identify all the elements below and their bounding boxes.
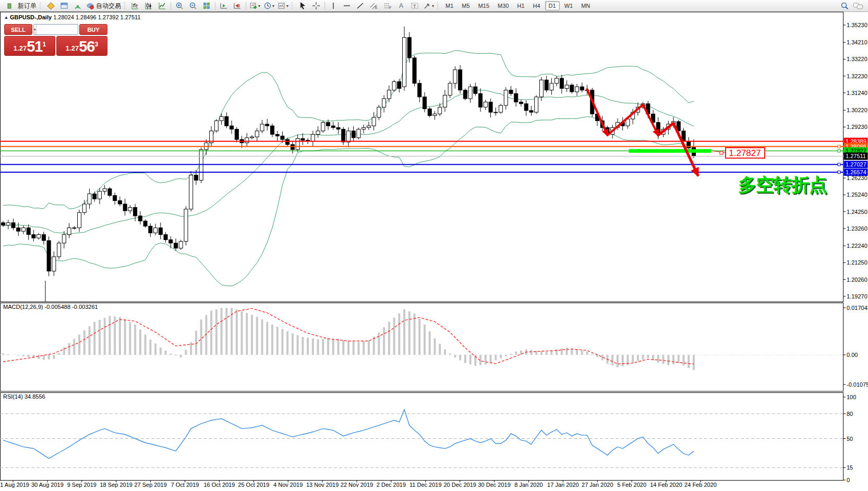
line-handle[interactable] — [838, 145, 840, 148]
candle — [235, 129, 238, 140]
tile-windows-button[interactable] — [200, 0, 213, 11]
drag-grip[interactable] — [124, 2, 127, 9]
tab-mn[interactable]: MN — [577, 1, 594, 10]
candle — [214, 121, 218, 131]
sell-button[interactable]: SELL — [4, 24, 32, 35]
buy-price-quote[interactable]: 1.27563 — [56, 36, 107, 56]
candle — [2, 223, 5, 225]
svg-text:1.27827: 1.27827 — [729, 148, 761, 158]
autotrading-button[interactable]: 自动交易 — [85, 0, 123, 11]
tab-m1[interactable]: M1 — [442, 1, 457, 10]
dropdown-caret-icon: ▾ — [432, 4, 434, 8]
tab-d1[interactable]: D1 — [545, 1, 560, 10]
periods-button[interactable]: ▾ — [262, 0, 276, 11]
drag-grip[interactable] — [437, 2, 440, 9]
candle — [296, 139, 299, 150]
candle — [448, 83, 452, 95]
channel-icon: E — [370, 2, 378, 10]
zoom-in-icon — [175, 2, 184, 10]
macd-pane — [0, 308, 843, 370]
zoom-in-button[interactable] — [173, 0, 186, 11]
chat-button[interactable] — [851, 0, 865, 11]
line-handle[interactable] — [838, 171, 840, 173]
sell-price-quote[interactable]: 1.27511 — [4, 36, 55, 56]
x-axis-date-label: 14 Feb 2020 — [650, 482, 682, 488]
buy-button[interactable]: BUY — [79, 24, 107, 35]
market-watch-button[interactable] — [44, 0, 57, 11]
horizontal-line-tool[interactable] — [340, 0, 354, 11]
macd-axis-tick: -0.010751 — [847, 381, 868, 388]
line-handle[interactable] — [838, 163, 840, 166]
chart-canvas[interactable]: 1.27827多空转折点多空转折点1.352301.342101.332201.… — [0, 11, 868, 491]
candle — [255, 131, 259, 137]
line-chart-button[interactable] — [155, 0, 169, 11]
autotrading-label: 自动交易 — [96, 2, 121, 10]
cursor-button[interactable] — [296, 0, 309, 11]
data-window-button[interactable] — [57, 0, 71, 11]
tab-w1[interactable]: W1 — [561, 1, 577, 10]
candle — [134, 208, 137, 216]
trendline-tool[interactable] — [354, 0, 367, 11]
candle — [174, 243, 177, 248]
candle — [397, 81, 401, 88]
tab-h4[interactable]: H4 — [529, 1, 544, 10]
x-axis-date-label: 7 Oct 2019 — [171, 482, 199, 488]
macd-axis-tick: 0.017043 — [847, 305, 868, 311]
crosshair-button[interactable] — [309, 0, 323, 11]
tab-m15[interactable]: M15 — [475, 1, 493, 10]
chart-shift-button[interactable] — [231, 0, 244, 11]
candle — [433, 114, 437, 115]
buy-price-pipette: 3 — [94, 37, 98, 52]
candle — [184, 209, 188, 242]
clipped-icon[interactable] — [1, 0, 15, 11]
candle — [357, 129, 360, 138]
line-handle[interactable] — [838, 150, 840, 152]
drag-grip[interactable] — [40, 2, 42, 9]
panel-collapse-arrow-icon[interactable]: ▲ — [4, 15, 8, 20]
y-axis-tick: 1.24250 — [847, 209, 867, 215]
x-axis-date-label: 30 Aug 2019 — [31, 482, 64, 488]
text-tool[interactable]: A — [394, 0, 408, 11]
candle — [489, 102, 492, 113]
new-order-button[interactable]: 新订单 — [15, 0, 38, 11]
zoom-out-button[interactable] — [186, 0, 200, 11]
fibonacci-tool[interactable]: F — [381, 0, 394, 11]
tab-m5[interactable]: M5 — [458, 1, 473, 10]
sell-price-big: 51 — [27, 39, 42, 54]
arrows-tool[interactable]: ▾ — [421, 0, 436, 11]
auto-scroll-button[interactable] — [217, 0, 231, 11]
templates-button[interactable]: ▾ — [276, 0, 290, 11]
candle — [331, 126, 335, 127]
bar-chart-button[interactable] — [128, 0, 142, 11]
candle — [245, 138, 249, 143]
candle — [260, 124, 264, 131]
candle — [479, 93, 483, 107]
symbol-title: ▲ GBPUSD-,Daily 1.28024 1.28496 1.27392 … — [4, 14, 141, 20]
drag-grip[interactable] — [292, 2, 294, 9]
tab-h1[interactable]: H1 — [513, 1, 528, 10]
candle — [382, 99, 386, 107]
candle — [42, 235, 45, 241]
text-label-tool[interactable]: T — [408, 0, 421, 11]
vertical-line-tool[interactable] — [327, 0, 340, 11]
y-axis-tick: 1.33220 — [847, 56, 867, 62]
candle — [103, 189, 106, 191]
volume-input[interactable] — [37, 25, 78, 34]
indicators-button[interactable]: ▾ — [248, 0, 262, 11]
svg-text:F: F — [389, 6, 391, 9]
macd-axis-tick: 0.00 — [847, 352, 858, 358]
candle — [6, 223, 10, 225]
svg-text:1.26574: 1.26574 — [846, 169, 866, 175]
candlestick-chart-button[interactable] — [142, 0, 155, 11]
navigator-button[interactable] — [71, 0, 85, 11]
ohlc-values: 1.28024 1.28496 1.27392 1.27511 — [53, 14, 140, 20]
candle — [459, 70, 462, 90]
search-button[interactable] — [838, 0, 851, 11]
tab-m30[interactable]: M30 — [494, 1, 512, 10]
candle — [123, 204, 127, 211]
candle — [138, 216, 142, 221]
x-axis-date-label: 30 Dec 2019 — [478, 482, 510, 488]
level-lines[interactable] — [0, 89, 843, 175]
equidistant-channel-tool[interactable]: E — [367, 0, 381, 11]
candle — [37, 235, 41, 238]
